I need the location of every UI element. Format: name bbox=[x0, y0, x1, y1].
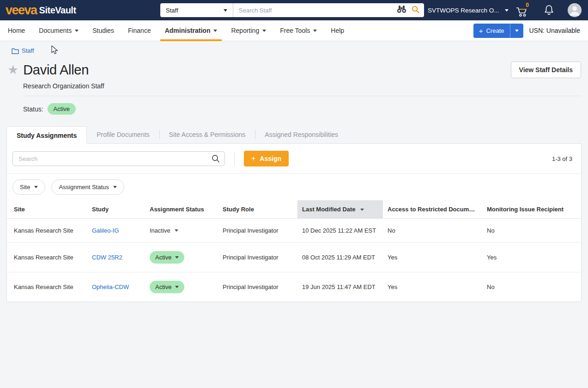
nav-label: Documents bbox=[39, 27, 72, 34]
cart-button[interactable]: 0 bbox=[515, 3, 530, 17]
assignment-status-dropdown[interactable]: Inactive bbox=[150, 227, 178, 234]
chevron-down-icon bbox=[515, 30, 519, 32]
search-icon[interactable] bbox=[412, 6, 419, 15]
assignment-status-dropdown[interactable]: Active bbox=[150, 251, 184, 264]
sitevault-logo-text: SiteVault bbox=[39, 5, 76, 16]
page-subtitle: Research Organization Staff bbox=[23, 82, 582, 90]
chevron-down-icon bbox=[175, 229, 178, 232]
header-divider bbox=[23, 96, 582, 96]
filter-site[interactable]: Site bbox=[12, 179, 45, 195]
filter-assignment-status-label: Assignment Status bbox=[59, 184, 109, 191]
search-icon[interactable] bbox=[212, 154, 220, 163]
binoculars-icon[interactable] bbox=[396, 5, 407, 15]
global-search-input[interactable] bbox=[233, 3, 396, 17]
cell-monitoring: No bbox=[482, 219, 581, 243]
nav-item-documents[interactable]: Documents bbox=[39, 20, 79, 41]
topbar: veeva SiteVault Staff bbox=[0, 0, 588, 20]
column-header-study[interactable]: Study bbox=[87, 200, 145, 219]
chevron-down-icon bbox=[175, 286, 179, 288]
create-button[interactable]: + Create bbox=[473, 24, 523, 38]
column-header-study-role[interactable]: Study Role bbox=[218, 200, 297, 219]
cell-monitoring: Yes bbox=[482, 243, 581, 272]
assignment-status-value: Inactive bbox=[150, 227, 170, 234]
chevron-down-icon bbox=[175, 256, 179, 259]
nav-item-finance[interactable]: Finance bbox=[128, 20, 151, 41]
status-label: Status: bbox=[23, 105, 43, 113]
global-search-group: Staff bbox=[160, 3, 424, 17]
breadcrumb-label: Staff bbox=[22, 47, 34, 54]
assignment-status-value: Active bbox=[155, 283, 171, 290]
nav-item-studies[interactable]: Studies bbox=[92, 20, 114, 41]
chevron-down-icon bbox=[224, 9, 227, 12]
study-link[interactable]: Galileo-IG bbox=[92, 227, 119, 234]
tab-bar: Study Assignments Profile Documents Site… bbox=[6, 126, 582, 143]
panel-toolbar: + Assign 1-3 of 3 bbox=[7, 144, 581, 174]
table-search-box bbox=[12, 151, 225, 166]
nav-label: Administration bbox=[165, 27, 211, 34]
folder-icon bbox=[12, 48, 19, 54]
chevron-down-icon bbox=[213, 30, 217, 32]
chevron-down-icon bbox=[113, 186, 117, 188]
chevron-down-icon bbox=[262, 30, 266, 32]
cell-last-modified: 10 Dec 2025 11:22 AM EST bbox=[297, 219, 383, 243]
page-header: ★ David Allen View Staff Details bbox=[6, 62, 582, 78]
main-navbar: Home Documents Studies Finance Administr… bbox=[0, 20, 588, 41]
assign-button-label: Assign bbox=[260, 155, 281, 162]
table-search-input[interactable] bbox=[13, 155, 212, 162]
nav-item-administration[interactable]: Administration bbox=[165, 20, 218, 41]
notifications-bell-icon[interactable] bbox=[544, 5, 554, 16]
cell-site: Kansas Research Site bbox=[7, 243, 87, 272]
nav-item-help[interactable]: Help bbox=[331, 20, 344, 41]
column-header-site[interactable]: Site bbox=[7, 200, 87, 219]
study-link[interactable]: CDW 25R2 bbox=[92, 254, 122, 261]
user-avatar[interactable] bbox=[568, 3, 582, 17]
filter-bar: Site Assignment Status bbox=[7, 174, 581, 200]
view-staff-details-button[interactable]: View Staff Details bbox=[511, 62, 581, 78]
study-assignments-table: Site Study Assignment Status Study Role … bbox=[7, 200, 581, 302]
chevron-down-icon bbox=[34, 186, 38, 188]
nav-item-free-tools[interactable]: Free Tools bbox=[280, 20, 317, 41]
tab-study-assignments[interactable]: Study Assignments bbox=[6, 126, 87, 144]
favorite-star-icon[interactable]: ★ bbox=[7, 64, 18, 76]
nav-label: Home bbox=[8, 27, 25, 34]
search-scope-value: Staff bbox=[166, 7, 178, 14]
org-select[interactable]: SVTWOPS Research O... bbox=[428, 0, 509, 20]
assignment-status-dropdown[interactable]: Active bbox=[150, 281, 184, 293]
column-header-monitoring-issue-recipient[interactable]: Monitoring Issue Recipient bbox=[482, 200, 581, 219]
cell-study-role: Principal Investigator bbox=[218, 272, 297, 302]
veeva-logo: veeva bbox=[6, 4, 37, 17]
page-title: David Allen bbox=[23, 62, 89, 78]
search-scope-select[interactable]: Staff bbox=[160, 3, 233, 17]
pagination-range: 1-3 of 3 bbox=[552, 155, 576, 162]
plus-icon: + bbox=[479, 27, 483, 34]
cart-count-badge: 0 bbox=[526, 2, 529, 8]
study-link[interactable]: Ophelia-CDW bbox=[92, 283, 129, 290]
create-dropdown-toggle[interactable] bbox=[510, 24, 523, 38]
status-badge: Active bbox=[48, 103, 76, 115]
cell-site: Kansas Research Site bbox=[7, 272, 87, 302]
toolbar-divider bbox=[234, 152, 235, 166]
filter-assignment-status[interactable]: Assignment Status bbox=[51, 179, 124, 195]
nav-label: Finance bbox=[128, 27, 151, 34]
nav-item-reporting[interactable]: Reporting bbox=[231, 20, 266, 41]
org-select-value: SVTWOPS Research O... bbox=[428, 7, 499, 14]
column-header-restricted-documents[interactable]: Access to Restricted Documents? bbox=[383, 200, 482, 219]
assignment-status-value: Active bbox=[155, 254, 171, 261]
table-row: Kansas Research Site Galileo-IG Inactive… bbox=[7, 219, 581, 243]
tab-assigned-responsibilities[interactable]: Assigned Responsibilities bbox=[255, 126, 348, 143]
cell-last-modified: 08 Oct 2025 11:29 AM EDT bbox=[297, 243, 383, 272]
assign-button[interactable]: + Assign bbox=[244, 151, 289, 166]
cell-monitoring: No bbox=[482, 272, 581, 302]
cell-restricted: Yes bbox=[383, 243, 482, 272]
nav-item-home[interactable]: Home bbox=[8, 20, 25, 41]
column-header-assignment-status[interactable]: Assignment Status bbox=[145, 200, 218, 219]
cell-site: Kansas Research Site bbox=[7, 219, 87, 243]
chevron-down-icon bbox=[313, 30, 317, 32]
breadcrumb[interactable]: Staff bbox=[12, 47, 34, 54]
tab-profile-documents[interactable]: Profile Documents bbox=[87, 126, 159, 143]
nav-label: Help bbox=[331, 27, 344, 34]
column-header-last-modified-date[interactable]: Last Modified Date bbox=[297, 200, 383, 219]
tab-site-access-permissions[interactable]: Site Access & Permissions bbox=[159, 126, 255, 143]
brand-logo[interactable]: veeva SiteVault bbox=[6, 4, 76, 17]
plus-icon: + bbox=[251, 155, 255, 162]
